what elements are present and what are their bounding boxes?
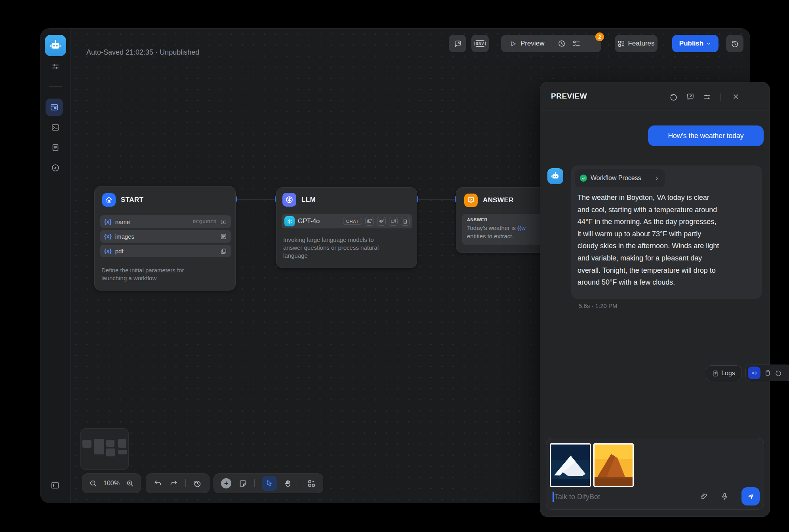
publish-label: Publish: [679, 40, 703, 48]
sidebar-item-monitoring[interactable]: [51, 163, 60, 172]
version-history-button[interactable]: [726, 35, 743, 52]
cursor-icon: [265, 479, 273, 487]
model-name: GPT-4o: [298, 218, 340, 225]
robot-icon: [550, 171, 560, 181]
pointer-mode-button[interactable]: [262, 476, 277, 491]
variable-token: {x}: [104, 233, 112, 239]
node-title: START: [121, 196, 143, 204]
preview-settings-icon[interactable]: [703, 93, 711, 101]
hand-mode-icon[interactable]: [284, 479, 292, 488]
node-description-line: language: [283, 252, 379, 260]
video-capability-icon: [389, 217, 398, 226]
robot-icon: [49, 39, 62, 52]
zoom-out-icon[interactable]: [89, 479, 97, 487]
sidebar-item-orchestrate[interactable]: [46, 99, 63, 116]
run-history-icon[interactable]: [558, 40, 566, 48]
zoom-level[interactable]: 100%: [103, 480, 120, 487]
copy-icon[interactable]: [764, 369, 771, 376]
conversation-annotation-icon[interactable]: [686, 93, 694, 101]
app-window-icon: [50, 103, 59, 112]
redo-icon[interactable]: [170, 479, 178, 488]
message-meta: 5.6s · 1:20 PM: [579, 302, 617, 309]
features-grid-icon: [617, 40, 625, 48]
attached-image-mountain-sunset[interactable]: [593, 443, 634, 487]
workflow-process-toggle[interactable]: Workflow Process: [575, 169, 665, 187]
workflow-settings-icon[interactable]: [51, 62, 60, 71]
node-description-line: launching a workflow: [101, 274, 184, 282]
chevron-right-icon: [654, 175, 660, 181]
home-icon: [102, 193, 116, 207]
sidebar-item-logs[interactable]: [51, 143, 60, 152]
vision-capability-icon: [365, 217, 374, 226]
canvas-minimap[interactable]: [80, 428, 129, 470]
checklist-icon[interactable]: [572, 40, 581, 48]
zoom-in-icon[interactable]: [126, 479, 134, 487]
play-icon[interactable]: [510, 40, 516, 47]
speaker-icon: [751, 370, 758, 376]
text-to-speech-button[interactable]: [748, 367, 760, 379]
node-llm[interactable]: LLM GPT-4o CHAT Invoking large language …: [276, 187, 417, 268]
collapse-sidebar-icon[interactable]: [51, 481, 59, 489]
undo-icon[interactable]: [154, 479, 162, 488]
attached-image-mountain-night[interactable]: [550, 443, 591, 487]
bot-avatar: [547, 168, 563, 184]
add-node-button[interactable]: +: [221, 478, 231, 488]
logs-button[interactable]: Logs: [706, 365, 741, 381]
panel-header-divider: [540, 110, 770, 110]
start-field-pdf[interactable]: {x} pdf: [100, 245, 231, 257]
start-field-name[interactable]: {x} name REQUIRED: [100, 215, 231, 228]
group-divider: [185, 479, 186, 487]
node-description-line: Invoking large language models to: [283, 236, 379, 244]
regenerate-icon[interactable]: [775, 369, 782, 376]
autosave-status: Auto-Saved 21:02:35 · Unpublished: [86, 48, 199, 57]
zoom-toolbar: 100%: [82, 473, 141, 493]
annotation-button[interactable]: [449, 35, 466, 52]
preview-panel-title: PREVIEW: [551, 92, 587, 101]
chat-mode-badge: CHAT: [343, 218, 362, 225]
sidebar: [40, 28, 71, 503]
auto-layout-icon[interactable]: [307, 479, 316, 488]
microphone-icon[interactable]: [720, 492, 729, 501]
send-icon: [746, 492, 755, 501]
field-type-files-icon: [220, 248, 227, 255]
add-note-icon[interactable]: [239, 479, 247, 488]
llm-icon: [282, 193, 296, 207]
close-preview-icon[interactable]: [732, 93, 740, 101]
chat-input[interactable]: [555, 490, 673, 504]
chevron-down-icon: [706, 41, 711, 46]
undo-toolbar: [146, 473, 210, 493]
preview-run-button[interactable]: Preview: [520, 40, 544, 48]
node-start[interactable]: START {x} name REQUIRED {x} images {x} p…: [94, 186, 236, 291]
field-type-list-icon: [220, 233, 227, 240]
bot-message-text: The weather in Boydton, VA today is clea…: [577, 192, 758, 289]
node-title: ANSWER: [483, 196, 514, 204]
logs-icon: [712, 370, 719, 377]
edge-llm-answer: [417, 199, 456, 200]
checklist-count-badge: 2: [595, 32, 604, 41]
sidebar-item-terminal[interactable]: [51, 123, 60, 132]
canvas-tools-toolbar: +: [213, 473, 323, 493]
send-button[interactable]: [741, 487, 760, 505]
features-label: Features: [628, 40, 654, 48]
start-field-images[interactable]: {x} images: [100, 230, 231, 243]
bot-message-card: Workflow Process The weather in Boydton,…: [571, 165, 762, 299]
publish-button[interactable]: Publish: [672, 35, 718, 52]
success-check-icon: [580, 175, 587, 182]
restart-conversation-icon[interactable]: [669, 93, 678, 101]
change-history-icon[interactable]: [193, 479, 202, 488]
group-divider: [551, 40, 551, 48]
text-caret: [553, 492, 554, 502]
env-variables-button[interactable]: ENV: [471, 35, 489, 52]
edge-start-llm: [236, 199, 276, 200]
workflow-process-label: Workflow Process: [591, 175, 650, 182]
attach-file-icon[interactable]: [700, 492, 708, 501]
document-capability-icon: [401, 217, 410, 226]
message-actions: [745, 365, 789, 381]
openai-model-icon: [284, 216, 295, 226]
field-name: images: [115, 233, 217, 240]
model-selector[interactable]: GPT-4o CHAT: [282, 214, 412, 228]
features-button[interactable]: Features: [615, 35, 658, 52]
logs-label: Logs: [721, 370, 735, 377]
answer-variable-token: {{w: [517, 224, 526, 231]
app-bot-avatar[interactable]: [45, 35, 66, 56]
